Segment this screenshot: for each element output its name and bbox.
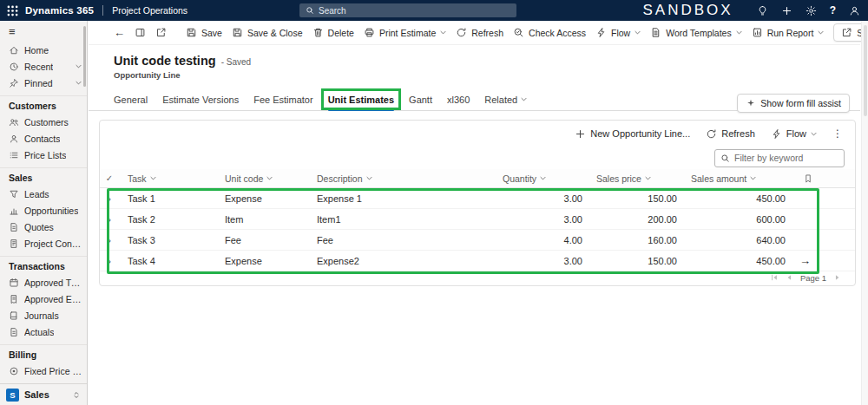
side-panel-button[interactable]	[135, 27, 146, 38]
app-window: Dynamics 365 Project Operations SANDBOX …	[0, 0, 868, 405]
next-page-button[interactable]	[834, 274, 841, 281]
gear-icon[interactable]	[806, 5, 817, 16]
cell-sales-amount: 640.00	[682, 235, 791, 245]
subgrid-flow-button[interactable]: Flow	[771, 128, 817, 140]
app-name[interactable]: Dynamics 365	[25, 5, 94, 16]
more-commands-icon[interactable]: ⋮	[832, 127, 843, 140]
sidebar-item-journals[interactable]: Journals	[0, 307, 87, 323]
column-header-sales-price[interactable]: Sales price	[588, 173, 682, 184]
sidebar-section-billing: Billing Fixed Price Milest...	[0, 344, 87, 379]
table-row-task-1[interactable]: › Task 1 Expense Expense 1 3.00 150.00 4…	[100, 188, 855, 209]
column-options[interactable]	[791, 173, 855, 184]
chevron-down-icon	[76, 64, 82, 69]
sidebar-item-actuals[interactable]: Actuals	[0, 323, 87, 340]
cell-unit-code: Fee	[216, 235, 308, 245]
sidebar-item-pinned[interactable]: Pinned	[0, 75, 87, 91]
table-row-task-3[interactable]: › Task 3 Fee Fee 4.00 160.00 640.00	[100, 230, 855, 251]
sidebar-item-home[interactable]: Home	[0, 42, 87, 58]
check-access-button[interactable]: Check Access	[513, 27, 586, 38]
sidebar-scrollbar[interactable]	[83, 26, 86, 87]
previous-page-button[interactable]	[786, 274, 792, 281]
sidebar-item-fixed-price-milestones[interactable]: Fixed Price Milest...	[0, 363, 87, 379]
tab-related[interactable]: Related	[484, 88, 527, 111]
help-icon[interactable]: ?	[830, 5, 836, 16]
new-opportunity-line-button[interactable]: New Opportunity Line...	[575, 128, 690, 140]
row-expand-chevron[interactable]: ›	[100, 193, 119, 204]
delete-button[interactable]: Delete	[312, 27, 354, 38]
cell-task: Task 1	[119, 193, 216, 204]
flow-button[interactable]: Flow	[595, 27, 641, 38]
waffle-menu-icon[interactable]	[6, 4, 19, 17]
select-all-checkbox[interactable]: ✓	[100, 173, 119, 183]
first-page-button[interactable]	[771, 274, 778, 281]
section-header: Transactions	[0, 257, 87, 274]
filter-by-keyword-input[interactable]	[734, 153, 838, 163]
book-icon	[9, 310, 19, 321]
run-report-button[interactable]: Run Report	[752, 27, 825, 38]
open-record-arrow[interactable]: →	[791, 254, 855, 267]
app-area-name[interactable]: Project Operations	[112, 5, 187, 16]
flow-icon	[771, 128, 782, 140]
global-search[interactable]	[299, 3, 516, 17]
chevron-down-icon	[521, 97, 527, 101]
row-expand-chevron[interactable]: ›	[100, 256, 119, 266]
chevron-down-icon	[150, 176, 156, 180]
sidebar-item-contacts[interactable]: Contacts	[0, 130, 87, 147]
subgrid-refresh-button[interactable]: Refresh	[706, 128, 755, 140]
area-switcher[interactable]: S Sales	[0, 383, 87, 405]
column-header-sales-amount[interactable]: Sales amount	[682, 173, 791, 184]
row-expand-chevron[interactable]: ›	[100, 214, 119, 225]
grid-body: › Task 1 Expense Expense 1 3.00 150.00 4…	[100, 188, 855, 271]
chevron-down-icon	[366, 176, 372, 180]
sidebar-item-quotes[interactable]: Quotes	[0, 219, 87, 235]
lightbulb-icon[interactable]	[757, 5, 768, 16]
tab-unit-estimates[interactable]: Unit Estimates	[328, 88, 394, 111]
column-header-description[interactable]: Description	[308, 173, 494, 184]
section-header: Customers	[0, 96, 87, 114]
main-scrollbar[interactable]	[861, 21, 868, 405]
tab-estimate-versions[interactable]: Estimate Versions	[162, 88, 239, 111]
back-button[interactable]: ←	[114, 26, 125, 39]
tab-fee-estimator[interactable]: Fee Estimator	[253, 88, 312, 111]
keyword-filter[interactable]	[714, 149, 845, 167]
form-tab-bar: General Estimate Versions Fee Estimator …	[89, 88, 860, 111]
sidebar-item-price-lists[interactable]: Price Lists	[0, 147, 87, 163]
print-estimate-button[interactable]: Print Estimate	[364, 27, 446, 38]
tab-xl360[interactable]: xl360	[447, 88, 470, 111]
refresh-button[interactable]: Refresh	[456, 27, 503, 38]
cell-quantity: 4.00	[494, 235, 588, 245]
table-row-task-4[interactable]: › Task 4 Expense Expense2 3.00 150.00 45…	[100, 251, 855, 271]
word-templates-button[interactable]: Word Templates	[650, 27, 741, 38]
tab-general[interactable]: General	[114, 88, 148, 111]
search-input[interactable]	[319, 6, 510, 16]
chevron-down-icon	[750, 176, 756, 180]
refresh-icon	[456, 27, 467, 38]
receipt-icon	[9, 294, 19, 304]
sidebar-item-opportunities[interactable]: Opportunities	[0, 202, 87, 219]
show-form-fill-assist-button[interactable]: Show form fill assist	[737, 94, 850, 113]
tab-gantt[interactable]: Gantt	[409, 88, 432, 111]
filter-row	[100, 147, 855, 169]
check-access-icon	[513, 27, 524, 38]
user-avatar-icon[interactable]	[849, 5, 860, 16]
side-panel-icon	[135, 27, 146, 38]
page-title: Unit code testing	[114, 54, 216, 68]
hamburger-menu-icon[interactable]: ≡	[0, 21, 87, 42]
save-button[interactable]: Save	[186, 27, 222, 38]
table-row-task-2[interactable]: › Task 2 Item Item1 3.00 200.00 600.00	[100, 209, 855, 230]
sidebar-item-recent[interactable]: Recent	[0, 58, 87, 75]
popout-button[interactable]	[155, 27, 167, 38]
plus-icon[interactable]	[781, 5, 792, 16]
sidebar-item-leads[interactable]: Leads	[0, 186, 87, 202]
row-expand-chevron[interactable]: ›	[100, 235, 119, 245]
column-header-unit-code[interactable]: Unit code	[216, 173, 308, 184]
sidebar-item-approved-expenses[interactable]: Approved Expenses	[0, 291, 87, 307]
cell-sales-amount: 450.00	[682, 193, 791, 204]
sidebar-item-project-contracts[interactable]: Project Contracts	[0, 235, 87, 251]
save-and-close-button[interactable]: Save & Close	[232, 27, 303, 38]
column-header-quantity[interactable]: Quantity	[494, 173, 588, 184]
sidebar-item-approved-time[interactable]: Approved Time	[0, 274, 87, 291]
chevron-down-icon	[818, 30, 824, 35]
sidebar-item-customers[interactable]: Customers	[0, 114, 87, 130]
column-header-task[interactable]: Task	[119, 173, 216, 184]
